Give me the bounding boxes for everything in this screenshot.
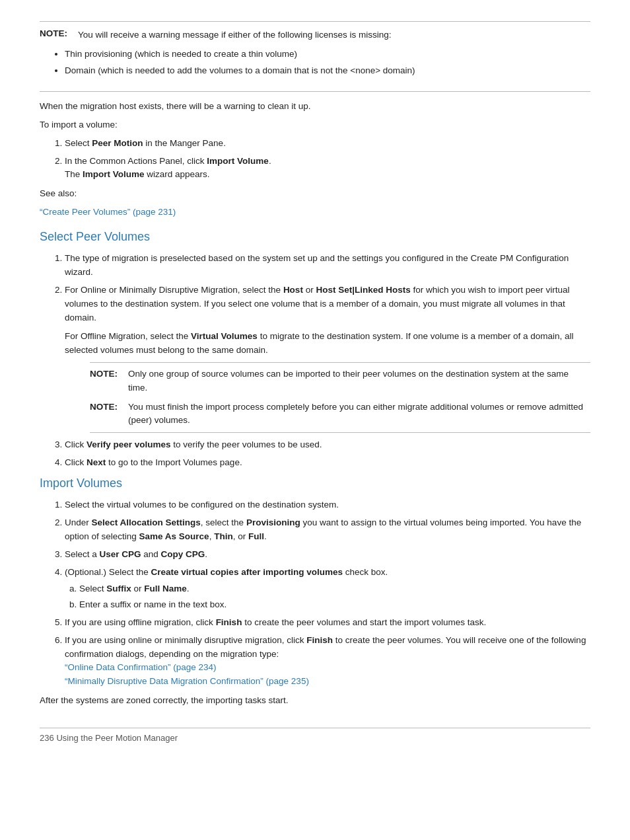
note2-label: NOTE: xyxy=(90,401,124,414)
list-item: If you are using offline migration, clic… xyxy=(65,616,590,630)
list-item: Click Next to go to the Import Volumes p… xyxy=(65,456,590,470)
bold-peer-motion: Peer Motion xyxy=(92,138,143,148)
list-item: Select a User CPG and Copy CPG. xyxy=(65,548,590,562)
minimally-disruptive-link[interactable]: “Minimally Disruptive Data Migration Con… xyxy=(65,676,309,686)
bold-suffix: Suffix xyxy=(106,584,131,593)
online-confirmation-link[interactable]: “Online Data Confirmation” (page 234) xyxy=(65,662,217,672)
bold-next: Next xyxy=(87,457,106,467)
list-item: Select Peer Motion in the Manger Pane. xyxy=(65,137,590,151)
note-2: NOTE: You must finish the import process… xyxy=(90,401,590,428)
top-note-label: NOTE: xyxy=(40,28,74,38)
bold-host-set: Host Set|Linked Hosts xyxy=(316,285,410,295)
list-item: For Online or Minimally Disruptive Migra… xyxy=(65,284,590,433)
list-item: Thin provisioning (which is needed to cr… xyxy=(65,48,590,61)
see-also-label: See also: xyxy=(40,187,590,201)
page-container: NOTE: You will receive a warning message… xyxy=(0,0,630,769)
list-item: In the Common Actions Panel, click Impor… xyxy=(65,155,590,182)
top-note: NOTE: You will receive a warning message… xyxy=(40,28,590,42)
section2-steps-list: Select the virtual volumes to be configu… xyxy=(65,498,590,689)
top-note-text: You will receive a warning message if ei… xyxy=(78,28,391,42)
section2-heading: Import Volumes xyxy=(40,477,590,490)
intro-para-2: To import a volume: xyxy=(40,118,590,132)
list-item: Enter a suffix or name in the text box. xyxy=(79,598,590,612)
top-note-block: NOTE: You will receive a warning message… xyxy=(40,21,590,92)
sub-list-4: Select Suffix or Full Name. Enter a suff… xyxy=(79,582,590,612)
notes-block: NOTE: Only one group of source volumes c… xyxy=(90,362,590,434)
bold-finish-2: Finish xyxy=(306,635,333,645)
bold-virtual-volumes: Virtual Volumes xyxy=(191,331,258,341)
import-steps-list: Select Peer Motion in the Manger Pane. I… xyxy=(65,137,590,182)
footer-section: Using the Peer Motion Manager xyxy=(56,733,178,743)
bold-import-volume: Import Volume xyxy=(207,156,269,166)
list-item: (Optional.) Select the Create virtual co… xyxy=(65,566,590,612)
bold-user-cpg: User CPG xyxy=(100,549,141,559)
list-item: Select Suffix or Full Name. xyxy=(79,582,590,596)
bold-verify: Verify peer volumes xyxy=(87,439,171,449)
section1-steps-list: The type of migration is preselected bas… xyxy=(65,252,590,470)
bold-copy-cpg: Copy CPG xyxy=(161,549,205,559)
bold-same-as-source: Same As Source xyxy=(139,531,209,541)
list-item: The type of migration is preselected bas… xyxy=(65,252,590,280)
list-item: Domain (which is needed to add the volum… xyxy=(65,64,590,78)
bold-thin: Thin xyxy=(214,531,233,541)
list-item: Under Select Allocation Settings, select… xyxy=(65,516,590,544)
bold-full: Full xyxy=(248,531,264,541)
list-item: Click Verify peer volumes to verify the … xyxy=(65,438,590,452)
bold-finish-1: Finish xyxy=(216,617,242,627)
closing-para: After the systems are zoned correctly, t… xyxy=(40,694,590,708)
bold-import-wizard: Import Volume xyxy=(83,169,145,179)
note2-text: You must finish the import process compl… xyxy=(128,401,590,428)
see-also-link[interactable]: “Create Peer Volumes” (page 231) xyxy=(40,206,590,219)
note1-text: Only one group of source volumes can be … xyxy=(128,367,590,395)
bold-full-name: Full Name xyxy=(144,584,187,593)
intro-para-1: When the migration host exists, there wi… xyxy=(40,100,590,114)
bold-create-virtual-copies: Create virtual copies after importing vo… xyxy=(151,567,343,577)
bold-host: Host xyxy=(283,285,303,295)
page-footer: 236 Using the Peer Motion Manager xyxy=(40,728,590,743)
note1-label: NOTE: xyxy=(90,367,124,381)
bold-select-allocation: Select Allocation Settings xyxy=(92,517,201,527)
list-item: Select the virtual volumes to be configu… xyxy=(65,498,590,512)
offline-migration-para: For Offline Migration, select the Virtua… xyxy=(65,330,590,358)
footer-page-number: 236 xyxy=(40,733,54,743)
note-1: NOTE: Only one group of source volumes c… xyxy=(90,367,590,395)
list-item: If you are using online or minimally dis… xyxy=(65,634,590,689)
create-peer-volumes-link[interactable]: “Create Peer Volumes” (page 231) xyxy=(40,207,176,217)
section1-heading: Select Peer Volumes xyxy=(40,230,590,244)
bold-provisioning: Provisioning xyxy=(246,517,300,527)
top-bullet-list: Thin provisioning (which is needed to cr… xyxy=(65,48,590,78)
